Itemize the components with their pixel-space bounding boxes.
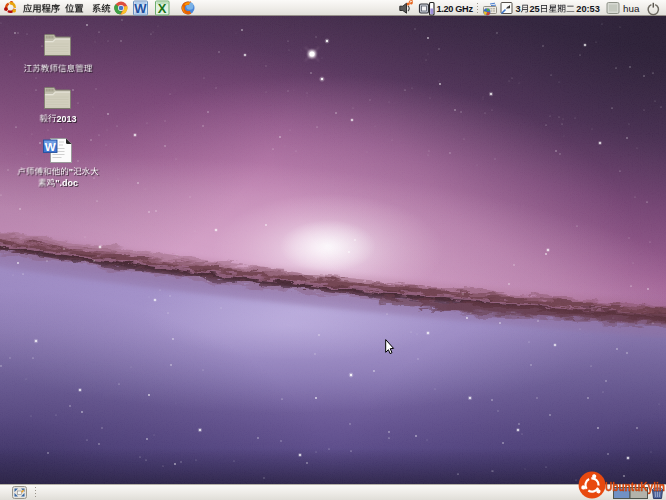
svg-text:": ": [69, 167, 73, 177]
svg-text:UbuntuKylin: UbuntuKylin: [605, 480, 665, 494]
svg-text:2013: 2013: [57, 114, 77, 124]
svg-text:W: W: [134, 1, 147, 16]
svg-text:3: 3: [516, 4, 521, 14]
svg-text:hua: hua: [623, 3, 640, 14]
svg-text:".doc: ".doc: [55, 178, 78, 188]
svg-text:W: W: [45, 141, 56, 153]
svg-text:25: 25: [529, 4, 539, 14]
svg-text:20:53: 20:53: [576, 4, 600, 14]
svg-text:1.20 GHz: 1.20 GHz: [437, 4, 474, 14]
svg-text:X: X: [158, 1, 167, 16]
